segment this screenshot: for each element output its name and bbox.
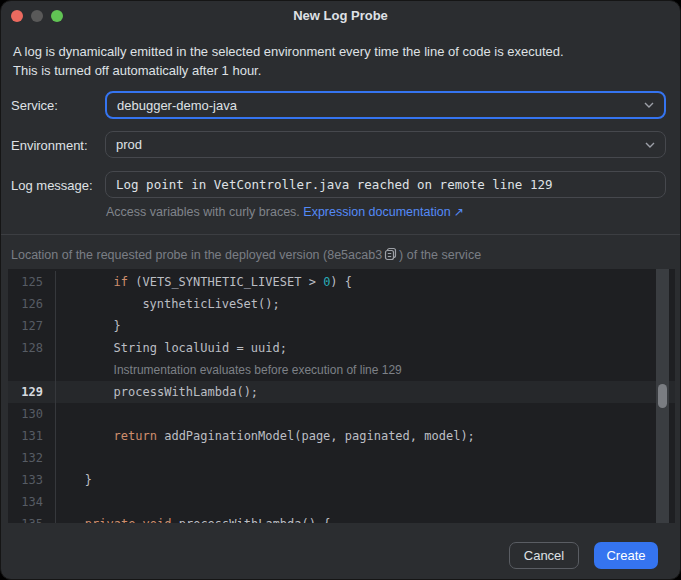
hint-message: Access variables with curly braces. (106, 205, 303, 219)
line-number[interactable]: 128 (8, 337, 56, 359)
log-message-input[interactable] (105, 171, 666, 198)
new-log-probe-dialog: New Log Probe A log is dynamically emitt… (0, 0, 681, 580)
chevron-down-icon (645, 141, 655, 149)
line-number[interactable]: 134 (8, 491, 56, 513)
code-editor[interactable]: 125if (VETS_SYNTHETIC_LIVESET > 0) {126s… (8, 269, 675, 523)
cancel-button[interactable]: Cancel (509, 542, 579, 569)
line-number[interactable]: 126 (8, 293, 56, 315)
line-number[interactable]: 127 (8, 315, 56, 337)
line-number[interactable]: 135 (8, 513, 56, 523)
instrumentation-annotation: Instrumentation evaluates before executi… (56, 359, 402, 381)
location-suffix: ) of the service (399, 248, 481, 262)
code-text: processWithLambda(); (56, 381, 258, 403)
code-lines: 125if (VETS_SYNTHETIC_LIVESET > 0) {126s… (8, 271, 675, 523)
hint-text: Access variables with curly braces. Expr… (106, 205, 464, 219)
code-line: 126syntheticLiveSet(); (8, 293, 675, 315)
code-line: 130 (8, 403, 675, 425)
log-message-label: Log message: (11, 178, 93, 193)
code-text: if (VETS_SYNTHETIC_LIVESET > 0) { (56, 271, 352, 293)
dialog-title: New Log Probe (1, 1, 680, 31)
chevron-down-icon (644, 101, 654, 109)
code-line: 127} (8, 315, 675, 337)
code-annotation-row: Instrumentation evaluates before executi… (8, 359, 675, 381)
external-link-icon: ↗ (454, 205, 464, 219)
code-line: 133} (8, 469, 675, 491)
line-number[interactable]: 133 (8, 469, 56, 491)
code-line: 135private void processWithLambda() { (8, 513, 675, 523)
title-bar: New Log Probe (1, 1, 680, 31)
code-text: syntheticLiveSet(); (56, 293, 280, 315)
environment-label: Environment: (11, 138, 88, 153)
line-number[interactable]: 125 (8, 271, 56, 293)
line-number[interactable]: 129 (8, 381, 56, 403)
line-number (8, 359, 56, 381)
service-value: debugger-demo-java (117, 98, 237, 113)
code-text: } (56, 315, 121, 337)
code-line: 131return addPaginationModel(page, pagin… (8, 425, 675, 447)
copy-icon[interactable] (384, 247, 397, 261)
commit-hash: 8e5acab3 (327, 248, 382, 262)
code-text: } (56, 469, 92, 491)
code-line: 129processWithLambda(); (8, 381, 675, 403)
probe-location-text: Location of the requested probe in the d… (11, 247, 481, 262)
code-line: 134 (8, 491, 675, 513)
code-text: private void processWithLambda() { (56, 513, 330, 523)
code-text: return addPaginationModel(page, paginate… (56, 425, 475, 447)
environment-value: prod (116, 137, 142, 152)
environment-dropdown[interactable]: prod (105, 131, 666, 158)
create-button[interactable]: Create (594, 542, 658, 569)
code-text: String localUuid = uuid; (56, 337, 287, 359)
code-line: 132 (8, 447, 675, 469)
dialog-description: A log is dynamically emitted in the sele… (13, 42, 564, 80)
location-prefix: Location of the requested probe in the d… (11, 248, 327, 262)
line-number[interactable]: 130 (8, 403, 56, 425)
code-line: 128String localUuid = uuid; (8, 337, 675, 359)
description-line-1: A log is dynamically emitted in the sele… (13, 42, 564, 61)
description-line-2: This is turned off automatically after 1… (13, 61, 564, 80)
scrollbar-track[interactable] (656, 269, 669, 523)
section-divider (1, 234, 680, 235)
code-line: 125if (VETS_SYNTHETIC_LIVESET > 0) { (8, 271, 675, 293)
scrollbar-thumb[interactable] (658, 384, 667, 408)
service-label: Service: (11, 98, 58, 113)
service-dropdown[interactable]: debugger-demo-java (105, 91, 666, 119)
line-number[interactable]: 131 (8, 425, 56, 447)
expression-documentation-link[interactable]: Expression documentation (303, 205, 450, 219)
line-number[interactable]: 132 (8, 447, 56, 469)
